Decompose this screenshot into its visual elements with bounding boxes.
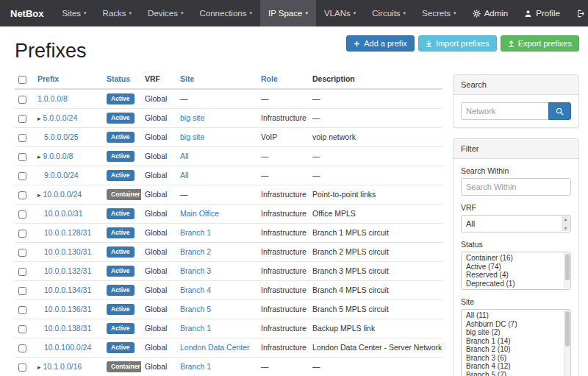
import-prefixes-button[interactable]: Import prefixes bbox=[418, 35, 497, 52]
prefix-link[interactable]: 10.0.0.0/31 bbox=[44, 209, 83, 218]
role-cell: Infrastructure bbox=[257, 204, 309, 223]
filter-option[interactable]: All (11) bbox=[462, 311, 563, 320]
prefix-link[interactable]: 5.0.0.0/24 bbox=[43, 113, 78, 122]
row-checkbox[interactable] bbox=[18, 230, 26, 238]
filter-option[interactable]: Reserved (4) bbox=[462, 271, 563, 280]
filter-option[interactable]: Ashburn DC (7) bbox=[462, 320, 563, 329]
scrollbar[interactable] bbox=[564, 310, 570, 376]
column-header-site[interactable]: Site bbox=[176, 70, 257, 89]
row-checkbox[interactable] bbox=[18, 172, 26, 180]
row-checkbox[interactable] bbox=[18, 134, 26, 142]
prefix-table-body: 1.0.0.0/8ActiveGlobal———▸5.0.0.0/24Activ… bbox=[15, 89, 442, 376]
prefix-link[interactable]: 10.0.0.128/31 bbox=[44, 228, 91, 237]
prefix-link[interactable]: 10.0.0.134/31 bbox=[44, 285, 91, 294]
site-listbox[interactable]: All (11)Ashburn DC (7)big site (2)Branch… bbox=[461, 309, 571, 376]
filter-option[interactable]: Branch 2 (10) bbox=[462, 345, 563, 354]
nav-item-secrets[interactable]: Secrets▾ bbox=[414, 0, 465, 26]
site-link[interactable]: All bbox=[180, 171, 189, 180]
filter-option[interactable]: Active (74) bbox=[462, 263, 563, 272]
status-badge: Active bbox=[107, 246, 135, 258]
role-cell: — bbox=[257, 166, 309, 185]
prefix-link[interactable]: 10.0.0.0/24 bbox=[43, 190, 82, 199]
prefix-link[interactable]: 10.0.0.130/31 bbox=[44, 247, 91, 256]
column-header-prefix[interactable]: Prefix bbox=[34, 70, 103, 89]
row-checkbox[interactable] bbox=[18, 363, 26, 372]
prefix-link[interactable]: 10.0.100.0/24 bbox=[44, 343, 91, 352]
add-prefix-button[interactable]: Add a prefix bbox=[346, 35, 415, 52]
vrf-select[interactable]: All ▲▼ bbox=[461, 215, 571, 233]
filter-option[interactable]: Branch 1 (14) bbox=[462, 337, 563, 346]
site-link[interactable]: Branch 4 bbox=[180, 285, 211, 294]
prefix-link[interactable]: 5.0.0.0/25 bbox=[44, 132, 79, 141]
nav-item-circuits[interactable]: Circuits▾ bbox=[364, 0, 414, 26]
filter-option[interactable]: big site (2) bbox=[462, 328, 563, 337]
prefix-link[interactable]: 9.0.0.0/8 bbox=[43, 152, 74, 160]
role-cell: Infrastructure bbox=[257, 108, 309, 127]
status-badge: Container bbox=[107, 189, 141, 200]
nav-item-admin[interactable]: Admin bbox=[465, 0, 517, 26]
filter-option[interactable]: Branch 4 (12) bbox=[462, 362, 563, 371]
table-row: 5.0.0.0/25ActiveGlobalbig siteVoIPvoip n… bbox=[15, 127, 442, 146]
row-checkbox[interactable] bbox=[18, 115, 26, 123]
prefix-link[interactable]: 10.0.0.136/31 bbox=[44, 305, 91, 313]
row-checkbox[interactable] bbox=[18, 268, 26, 276]
search-within-input[interactable] bbox=[461, 178, 571, 196]
table-header-row: PrefixStatusVRFSiteRoleDescription bbox=[15, 70, 442, 89]
filter-option[interactable]: Branch 5 (7) bbox=[462, 371, 563, 376]
role-cell: VoIP bbox=[257, 127, 309, 146]
search-button[interactable] bbox=[548, 102, 571, 120]
site-link[interactable]: big site bbox=[180, 132, 204, 141]
prefix-link[interactable]: 10.1.0.0/16 bbox=[43, 362, 82, 371]
nav-item-profile[interactable]: Profile bbox=[516, 0, 568, 26]
row-checkbox[interactable] bbox=[18, 249, 26, 257]
row-checkbox[interactable] bbox=[18, 344, 26, 352]
prefix-link[interactable]: 10.0.0.132/31 bbox=[44, 266, 91, 275]
site-link[interactable]: All bbox=[180, 152, 189, 160]
role-cell: Infrastructure bbox=[257, 280, 309, 299]
site-link[interactable]: big site bbox=[180, 113, 204, 122]
row-checkbox[interactable] bbox=[18, 210, 26, 219]
filter-option[interactable]: Branch 3 (6) bbox=[462, 354, 563, 363]
nav-item-racks[interactable]: Racks▾ bbox=[95, 0, 140, 26]
row-checkbox[interactable] bbox=[18, 191, 26, 199]
site-link[interactable]: Branch 1 bbox=[180, 362, 211, 371]
description-cell: Backup MPLS link bbox=[309, 319, 442, 338]
nav-item-connections[interactable]: Connections▾ bbox=[192, 0, 260, 26]
prefix-link[interactable]: 10.0.0.138/31 bbox=[44, 324, 91, 333]
filter-option[interactable]: Container (16) bbox=[462, 254, 563, 263]
nav-item-sites[interactable]: Sites▾ bbox=[54, 0, 95, 26]
status-listbox[interactable]: Container (16)Active (74)Reserved (4)Dep… bbox=[461, 252, 571, 290]
plus-icon bbox=[354, 40, 360, 47]
scrollbar[interactable] bbox=[564, 252, 570, 289]
export-icon bbox=[508, 40, 514, 47]
nav-item-logout[interactable]: Log out bbox=[568, 0, 588, 26]
row-checkbox[interactable] bbox=[18, 325, 26, 333]
search-input[interactable] bbox=[461, 102, 549, 120]
brand[interactable]: NetBox bbox=[0, 0, 54, 26]
row-checkbox[interactable] bbox=[18, 153, 26, 161]
row-checkbox[interactable] bbox=[18, 287, 26, 295]
row-checkbox[interactable] bbox=[18, 306, 26, 314]
nav-item-vlans[interactable]: VLANs▾ bbox=[316, 0, 364, 26]
site-link[interactable]: Branch 3 bbox=[180, 266, 211, 275]
prefix-link[interactable]: 9.0.0.0/24 bbox=[44, 171, 79, 180]
description-cell: Office MPLS bbox=[309, 204, 442, 223]
export-prefixes-button[interactable]: Export prefixes bbox=[501, 35, 579, 52]
site-cell: All bbox=[176, 146, 257, 166]
site-link[interactable]: Branch 2 bbox=[180, 247, 211, 256]
row-checkbox[interactable] bbox=[18, 96, 26, 104]
column-header-status[interactable]: Status bbox=[103, 70, 141, 89]
description-cell: Branch 5 MPLS circuit bbox=[309, 299, 442, 319]
filter-option[interactable]: Deprecated (1) bbox=[462, 280, 563, 288]
nav-item-ip-space[interactable]: IP Space▾ bbox=[260, 0, 316, 26]
site-link[interactable]: Main Office bbox=[180, 209, 219, 218]
column-header-role[interactable]: Role bbox=[257, 70, 309, 89]
table-row: 10.0.0.0/31ActiveGlobalMain OfficeInfras… bbox=[15, 204, 442, 223]
site-link[interactable]: Branch 1 bbox=[180, 228, 211, 237]
nav-item-devices[interactable]: Devices▾ bbox=[140, 0, 191, 26]
site-link[interactable]: Branch 5 bbox=[180, 305, 211, 313]
prefix-link[interactable]: 1.0.0.0/8 bbox=[37, 94, 68, 103]
select-all-checkbox[interactable] bbox=[18, 76, 26, 84]
site-link[interactable]: London Data Center bbox=[180, 343, 250, 352]
site-link[interactable]: Branch 1 bbox=[180, 324, 211, 333]
